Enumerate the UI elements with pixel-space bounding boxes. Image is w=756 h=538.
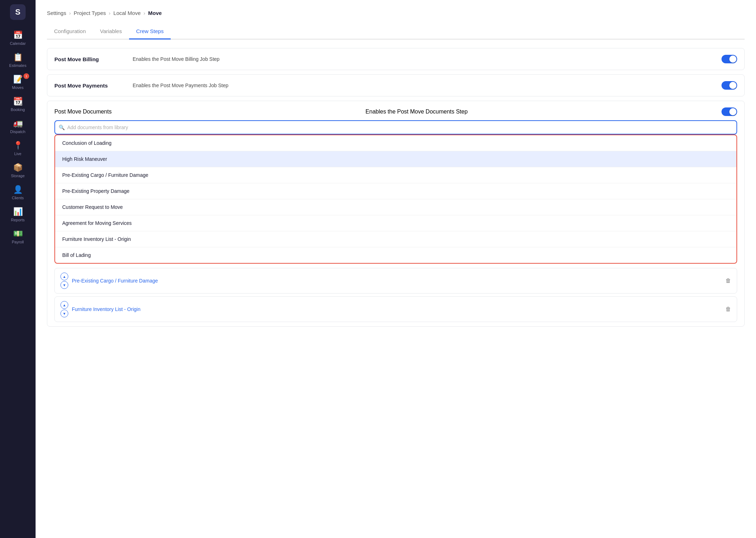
- dropdown-item[interactable]: Agreement for Moving Services: [55, 215, 736, 231]
- post-move-billing-title: Post Move Billing: [54, 56, 133, 62]
- sidebar-item-label: Live: [14, 152, 21, 156]
- clients-icon: 👤: [13, 185, 23, 194]
- sidebar-item-moves[interactable]: 📝 1 Moves: [0, 71, 36, 93]
- breadcrumb-local-move[interactable]: Local Move: [113, 10, 141, 16]
- post-move-payments-title: Post Move Payments: [54, 83, 133, 89]
- breadcrumb-current: Move: [148, 10, 162, 16]
- sidebar-item-calendar[interactable]: 📅 Calendar: [0, 27, 36, 49]
- post-move-payments-desc: Enables the Post Move Payments Job Step: [133, 83, 722, 88]
- post-move-payments-toggle[interactable]: [722, 81, 737, 90]
- dropdown-item[interactable]: Pre-Existing Property Damage: [55, 183, 736, 199]
- sidebar-item-label: Estimates: [9, 63, 26, 68]
- tab-configuration[interactable]: Configuration: [47, 25, 93, 39]
- document-search-container: 🔍: [54, 120, 737, 134]
- move-down-button[interactable]: ▼: [60, 310, 68, 317]
- search-icon: 🔍: [59, 125, 65, 130]
- moves-badge: 1: [23, 73, 29, 79]
- sidebar-item-storage[interactable]: 📦 Storage: [0, 159, 36, 181]
- breadcrumb-sep-3: ›: [144, 10, 145, 16]
- doc-item-left: ▲ ▼ Furniture Inventory List - Origin: [60, 301, 140, 317]
- sidebar-item-estimates[interactable]: 📋 Estimates: [0, 49, 36, 71]
- doc-reorder-arrows: ▲ ▼: [60, 301, 68, 317]
- booking-icon: 📆: [13, 97, 23, 106]
- post-move-payments-row: Post Move Payments Enables the Post Move…: [47, 74, 745, 96]
- sidebar-item-dispatch[interactable]: 🚛 Dispatch: [0, 115, 36, 137]
- post-move-docs-desc: Enables the Post Move Documents Step: [366, 109, 468, 115]
- selected-docs-list: ▲ ▼ Pre-Existing Cargo / Furniture Damag…: [54, 268, 737, 322]
- doc-reorder-arrows: ▲ ▼: [60, 273, 68, 289]
- sidebar-item-label: Payroll: [12, 240, 24, 244]
- sidebar-item-label: Booking: [11, 107, 25, 112]
- document-search-input[interactable]: [54, 120, 737, 134]
- dropdown-item[interactable]: Customer Request to Move: [55, 199, 736, 215]
- post-move-documents-header: Post Move Documents Enables the Post Mov…: [54, 107, 737, 116]
- doc-item-left: ▲ ▼ Pre-Existing Cargo / Furniture Damag…: [60, 273, 158, 289]
- dropdown-item[interactable]: Furniture Inventory List - Origin: [55, 231, 736, 247]
- tabs-bar: Configuration Variables Crew Steps: [47, 25, 745, 39]
- breadcrumb-settings[interactable]: Settings: [47, 10, 66, 16]
- doc-item-name: Pre-Existing Cargo / Furniture Damage: [72, 278, 158, 284]
- selected-doc-item: ▲ ▼ Pre-Existing Cargo / Furniture Damag…: [54, 268, 737, 294]
- breadcrumb-project-types[interactable]: Project Types: [74, 10, 106, 16]
- payroll-icon: 💵: [13, 229, 23, 238]
- dropdown-item[interactable]: Bill of Lading: [55, 247, 736, 263]
- breadcrumb-sep-2: ›: [109, 10, 111, 16]
- dropdown-item[interactable]: Pre-Existing Cargo / Furniture Damage: [55, 167, 736, 183]
- move-up-button[interactable]: ▲: [60, 301, 68, 309]
- post-move-billing-toggle[interactable]: [722, 55, 737, 63]
- delete-doc-button[interactable]: 🗑: [725, 306, 731, 312]
- move-up-button[interactable]: ▲: [60, 273, 68, 280]
- document-dropdown: Conclusion of LoadingHigh Risk ManeuverP…: [54, 134, 737, 264]
- sidebar-item-label: Clients: [12, 196, 24, 200]
- live-icon: 📍: [13, 141, 23, 150]
- dispatch-icon: 🚛: [13, 119, 23, 128]
- tab-variables[interactable]: Variables: [93, 25, 129, 39]
- sidebar-item-label: Dispatch: [10, 130, 26, 134]
- move-down-button[interactable]: ▼: [60, 281, 68, 289]
- dropdown-scroll-area[interactable]: Conclusion of LoadingHigh Risk ManeuverP…: [55, 135, 736, 263]
- sidebar-item-payroll[interactable]: 💵 Payroll: [0, 226, 36, 248]
- delete-doc-button[interactable]: 🗑: [725, 278, 731, 284]
- sidebar-item-booking[interactable]: 📆 Booking: [0, 93, 36, 115]
- sidebar-item-label: Storage: [11, 174, 25, 178]
- reports-icon: 📊: [13, 207, 23, 216]
- post-move-billing-desc: Enables the Post Move Billing Job Step: [133, 56, 722, 62]
- sidebar-item-label: Reports: [11, 218, 25, 222]
- breadcrumb-sep-1: ›: [69, 10, 71, 16]
- sidebar-item-live[interactable]: 📍 Live: [0, 137, 36, 159]
- sidebar-item-label: Calendar: [10, 41, 26, 46]
- moves-icon: 📝: [13, 75, 23, 84]
- sidebar-item-clients[interactable]: 👤 Clients: [0, 181, 36, 204]
- app-logo: S: [10, 4, 26, 20]
- selected-doc-item: ▲ ▼ Furniture Inventory List - Origin 🗑: [54, 296, 737, 322]
- doc-item-name: Furniture Inventory List - Origin: [72, 306, 140, 312]
- estimates-icon: 📋: [13, 53, 23, 62]
- post-move-docs-toggle[interactable]: [722, 107, 737, 116]
- storage-icon: 📦: [13, 163, 23, 172]
- sidebar-item-reports[interactable]: 📊 Reports: [0, 204, 36, 226]
- sidebar: S 📅 Calendar 📋 Estimates 📝 1 Moves 📆 Boo…: [0, 0, 36, 538]
- post-move-docs-title: Post Move Documents: [54, 109, 112, 115]
- tab-crew-steps[interactable]: Crew Steps: [129, 25, 171, 39]
- dropdown-item[interactable]: Conclusion of Loading: [55, 135, 736, 151]
- sidebar-item-label: Moves: [12, 85, 23, 90]
- post-move-documents-section: Post Move Documents Enables the Post Mov…: [47, 101, 745, 327]
- breadcrumb: Settings › Project Types › Local Move › …: [47, 10, 745, 16]
- main-content: Settings › Project Types › Local Move › …: [36, 0, 756, 538]
- dropdown-item[interactable]: High Risk Maneuver: [55, 151, 736, 167]
- calendar-icon: 📅: [13, 31, 23, 40]
- post-move-billing-row: Post Move Billing Enables the Post Move …: [47, 48, 745, 70]
